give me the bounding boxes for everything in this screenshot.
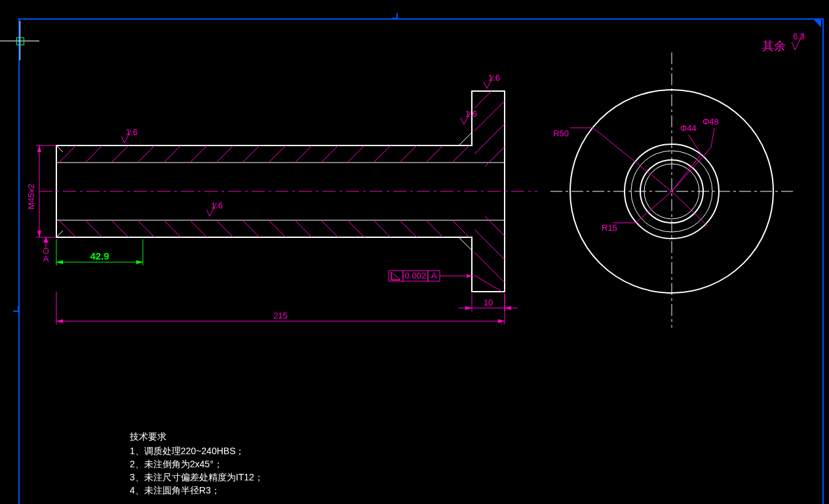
tech-requirements: 技术要求 — [130, 430, 166, 443]
cad-canvas[interactable]: M45x2 42.9 A 215 10 1.6 — [0, 0, 829, 504]
notes-line-2: 2、未注倒角为2x45°； — [130, 457, 223, 471]
notes-line-1: 1、调质处理220~240HBS； — [130, 444, 244, 457]
cursor-pickbox — [16, 37, 24, 45]
notes-line-4: 4、未注圆角半径R3； — [130, 484, 220, 497]
notes-title: 技术要求 — [130, 430, 166, 443]
notes-line-3: 3、未注尺寸偏差处精度为IT12； — [130, 471, 263, 484]
